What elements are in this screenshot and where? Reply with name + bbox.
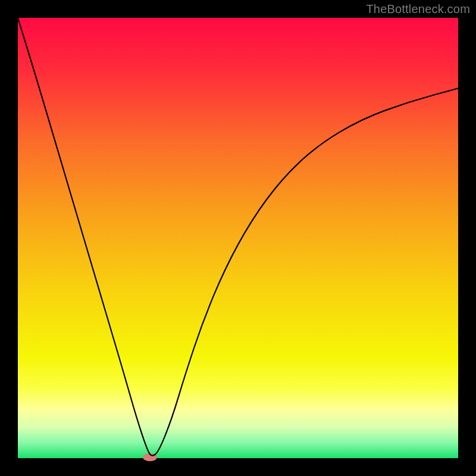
watermark-text: TheBottleneck.com (366, 2, 470, 16)
chart-frame: TheBottleneck.com (0, 0, 476, 476)
bottleneck-chart (0, 0, 476, 476)
